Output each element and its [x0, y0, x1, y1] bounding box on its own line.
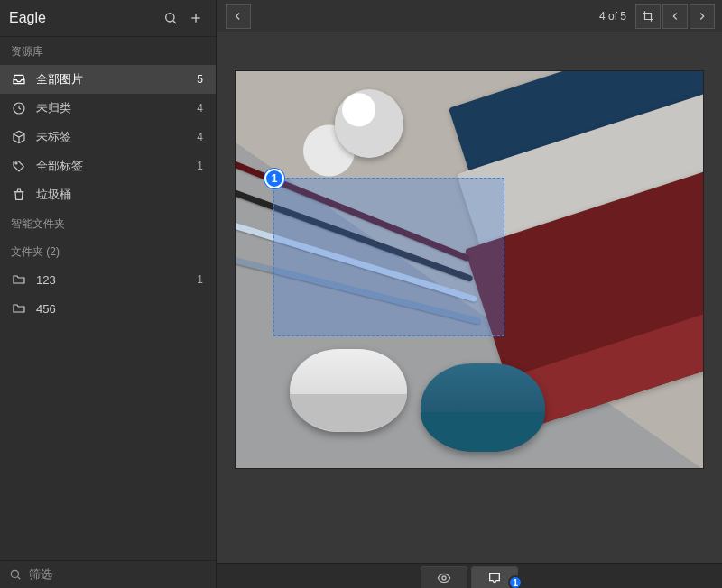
crop-icon — [642, 10, 654, 23]
next-button[interactable] — [690, 4, 715, 29]
folders-list: 123 1 456 — [0, 265, 216, 323]
comments-count-badge: 1 — [508, 575, 523, 588]
sidebar-item-trash[interactable]: 垃圾桶 — [0, 180, 216, 209]
folder-item-label: 123 — [36, 273, 197, 287]
svg-line-1 — [173, 21, 176, 23]
folder-icon — [11, 271, 27, 288]
chevron-right-icon — [696, 10, 708, 23]
svg-point-0 — [166, 14, 174, 22]
sidebar-item-label: 全部标签 — [36, 158, 197, 174]
bottom-tabs: 1 — [217, 563, 722, 588]
tab-preview[interactable] — [421, 566, 467, 588]
sidebar-item-label: 未归类 — [36, 100, 197, 116]
folder-item-count: 1 — [197, 273, 205, 286]
svg-point-6 — [11, 570, 18, 577]
sidebar-item-all-images[interactable]: 全部图片 5 — [0, 65, 216, 94]
search-button[interactable] — [160, 7, 181, 29]
svg-line-7 — [18, 577, 21, 580]
add-button[interactable] — [185, 7, 207, 29]
tab-comments[interactable]: 1 — [471, 566, 518, 588]
annotation-selection[interactable] — [273, 178, 504, 336]
filter-button[interactable]: 筛选 — [0, 560, 216, 588]
prev-button[interactable] — [662, 4, 688, 29]
sidebar-item-count: 1 — [197, 160, 205, 172]
section-library: 资源库 — [0, 37, 216, 65]
preview-image: 1 — [235, 70, 704, 469]
clock-icon — [11, 100, 27, 116]
sidebar-item-label: 全部图片 — [36, 71, 197, 87]
sidebar-item-uncategorized[interactable]: 未归类 4 — [0, 94, 216, 123]
svg-point-8 — [442, 576, 446, 580]
section-smart-folders: 智能文件夹 — [0, 209, 216, 237]
sidebar-item-count: 5 — [197, 73, 205, 86]
svg-point-5 — [15, 162, 17, 164]
app-root: Eagle 资源库 全部图片 5 未归类 4 — [0, 0, 722, 588]
back-button[interactable] — [226, 4, 251, 29]
viewer-toolbar: 4 of 5 — [217, 0, 722, 32]
tag-icon — [11, 158, 27, 174]
folder-item[interactable]: 456 — [0, 294, 216, 323]
sidebar-body: 资源库 全部图片 5 未归类 4 未标签 4 — [0, 37, 216, 560]
sidebar-item-untagged[interactable]: 未标签 4 — [0, 123, 216, 152]
search-icon — [9, 568, 22, 581]
filter-label: 筛选 — [29, 566, 52, 583]
trash-icon — [11, 187, 27, 203]
sidebar-item-label: 未标签 — [36, 129, 197, 145]
folder-item-label: 456 — [36, 302, 203, 316]
plus-icon — [189, 11, 203, 25]
sidebar-item-label: 垃圾桶 — [36, 187, 203, 203]
app-title: Eagle — [9, 10, 156, 26]
inbox-icon — [11, 71, 27, 87]
search-icon — [163, 11, 178, 25]
comment-icon — [487, 571, 502, 585]
section-folders: 文件夹 (2) — [0, 237, 216, 265]
folder-icon — [11, 300, 27, 317]
eye-icon — [437, 571, 451, 585]
image-counter: 4 of 5 — [599, 10, 626, 23]
annotation-badge[interactable]: 1 — [264, 169, 284, 188]
main-viewer: 4 of 5 1 — [217, 0, 722, 588]
sidebar-item-count: 4 — [197, 102, 205, 115]
image-canvas[interactable]: 1 — [217, 32, 722, 563]
arrow-left-icon — [232, 10, 245, 23]
sidebar-item-all-tags[interactable]: 全部标签 1 — [0, 152, 216, 180]
crop-button[interactable] — [635, 4, 661, 29]
chevron-left-icon — [669, 10, 681, 23]
cube-icon — [11, 129, 27, 145]
sidebar-header: Eagle — [0, 0, 216, 37]
sidebar: Eagle 资源库 全部图片 5 未归类 4 — [0, 0, 217, 588]
sidebar-item-count: 4 — [197, 131, 205, 143]
folder-item[interactable]: 123 1 — [0, 265, 216, 294]
library-list: 全部图片 5 未归类 4 未标签 4 全部标签 1 — [0, 65, 216, 209]
